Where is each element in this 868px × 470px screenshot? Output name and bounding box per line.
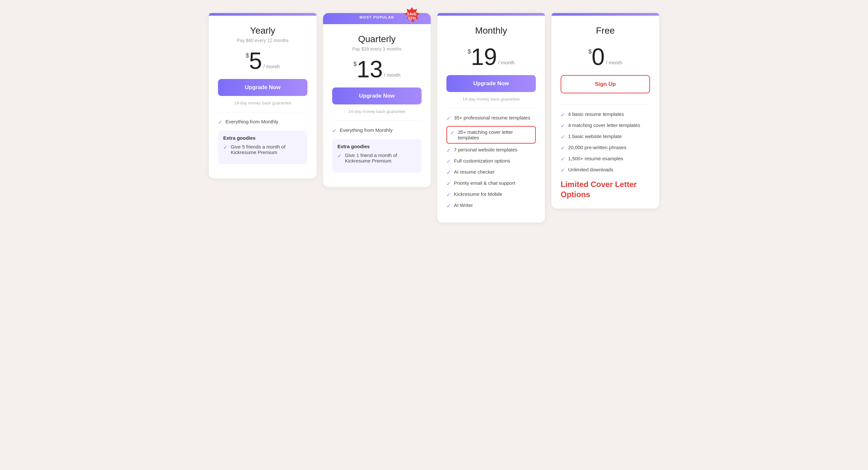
free-subtitle-spacer	[561, 38, 650, 45]
monthly-feature-2: ✓ 7 personal website templates	[446, 147, 536, 153]
free-plan-price: $ 0 / month	[561, 45, 650, 68]
pricing-container: Yearly Pay $60 every 12 months $ 5 / mon…	[206, 13, 662, 223]
monthly-feature-6: ✓ Kickresume for Mobile	[446, 191, 536, 198]
quarterly-feature-0: ✓ Everything from Monthly	[332, 127, 422, 134]
limited-cover-letter-label: Limited Cover Letter Options	[561, 179, 650, 199]
monthly-price-amount: 19	[471, 45, 497, 68]
quarterly-plan-price: $ 13 / month	[332, 57, 422, 81]
monthly-feature-label-7: AI Writer	[454, 202, 473, 208]
quarterly-plan-title: Quarterly	[332, 34, 422, 44]
free-check-5: ✓	[561, 167, 565, 173]
yearly-plan-price: $ 5 / month	[218, 49, 307, 72]
free-feature-label-0: 4 basic resume templates	[568, 111, 624, 117]
quarterly-goodies-check-0: ✓	[337, 153, 342, 159]
monthly-check-7: ✓	[446, 203, 451, 209]
monthly-check-0: ✓	[446, 115, 451, 121]
free-feature-label-1: 4 matching cover letter templates	[568, 122, 640, 128]
free-feature-label-3: 20,000 pre-written phrases	[568, 145, 626, 150]
quarterly-check-0: ✓	[332, 128, 336, 134]
monthly-check-6: ✓	[446, 192, 451, 198]
free-feature-3: ✓ 20,000 pre-written phrases	[561, 145, 650, 151]
monthly-feature-4: ✓ AI resume checker	[446, 169, 536, 176]
free-check-4: ✓	[561, 156, 565, 162]
monthly-feature-5: ✓ Priority email & chat support	[446, 180, 536, 187]
monthly-feature-label-6: Kickresume for Mobile	[454, 191, 502, 197]
quarterly-features: ✓ Everything from Monthly Extra goodies …	[332, 121, 422, 173]
monthly-price-per: / month	[498, 60, 515, 65]
yearly-feature-label-0: Everything from Monthly	[225, 119, 278, 124]
monthly-feature-label-0: 35+ professional resume templates	[454, 115, 530, 120]
yearly-goodies-item-0: ✓ Give 5 friends a month of Kickresume P…	[223, 144, 302, 155]
yearly-money-back: 14-day money back guarantee	[218, 100, 307, 105]
free-check-0: ✓	[561, 112, 565, 118]
monthly-features: ✓ 35+ professional resume templates ✓ 35…	[446, 108, 536, 209]
quarterly-goodies-label-0: Give 1 friend a month of Kickresume Prem…	[345, 152, 416, 163]
yearly-upgrade-button[interactable]: Upgrade Now	[218, 79, 307, 96]
free-top-bar	[552, 13, 659, 15]
monthly-highlight-check: ✓	[450, 130, 455, 136]
monthly-feature-label-5: Priority email & chat support	[454, 180, 515, 186]
yearly-check-0: ✓	[218, 119, 222, 125]
free-feature-1: ✓ 4 matching cover letter templates	[561, 122, 650, 129]
free-check-2: ✓	[561, 134, 565, 140]
yearly-price-per: / month	[264, 64, 280, 69]
monthly-check-4: ✓	[446, 169, 451, 176]
yearly-extra-goodies: Extra goodies ✓ Give 5 friends a month o…	[218, 131, 307, 164]
monthly-check-2: ✓	[446, 147, 451, 153]
yearly-feature-0: ✓ Everything from Monthly	[218, 119, 307, 125]
monthly-highlighted-feature: ✓ 35+ matching cover letter templates	[446, 126, 536, 144]
yearly-goodies-label-0: Give 5 friends a month of Kickresume Pre…	[231, 144, 302, 155]
free-dollar-sign: $	[588, 48, 592, 55]
free-feature-label-5: Unlimited downloads	[568, 167, 613, 173]
free-feature-0: ✓ 4 basic resume templates	[561, 111, 650, 118]
monthly-plan-card: Monthly $ 19 / month Upgrade Now 14-day …	[437, 13, 545, 223]
monthly-check-3: ✓	[446, 158, 451, 164]
monthly-top-bar	[437, 13, 545, 15]
monthly-plan-price: $ 19 / month	[446, 45, 536, 68]
quarterly-dollar-sign: $	[353, 61, 356, 68]
monthly-dollar-sign: $	[468, 48, 471, 55]
monthly-check-5: ✓	[446, 181, 451, 187]
quarterly-plan-subtitle: Pay $39 every 3 months	[332, 46, 422, 52]
quarterly-top-bar	[323, 22, 431, 24]
monthly-feature-0: ✓ 35+ professional resume templates	[446, 115, 536, 121]
quarterly-feature-label-0: Everything from Monthly	[340, 127, 393, 133]
quarterly-extra-goodies: Extra goodies ✓ Give 1 friend a month of…	[332, 139, 422, 173]
free-plan-card: Free $ 0 / month Sign Up ✓ 4 basic resum…	[552, 13, 659, 209]
yearly-features: ✓ Everything from Monthly Extra goodies …	[218, 112, 307, 164]
quarterly-upgrade-button[interactable]: Upgrade Now	[332, 88, 422, 104]
monthly-feature-3: ✓ Full customization options	[446, 158, 536, 164]
free-features: ✓ 4 basic resume templates ✓ 4 matching …	[561, 105, 650, 199]
yearly-price-amount: 5	[249, 49, 262, 72]
monthly-feature-label-1: 35+ matching cover letter templates	[458, 129, 532, 140]
yearly-goodies-check-0: ✓	[223, 144, 227, 151]
yearly-plan-card: Yearly Pay $60 every 12 months $ 5 / mon…	[209, 13, 316, 179]
monthly-feature-7: ✓ AI Writer	[446, 202, 536, 209]
free-signup-button[interactable]: Sign Up	[561, 75, 650, 93]
quarterly-goodies-item-0: ✓ Give 1 friend a month of Kickresume Pr…	[337, 152, 416, 163]
monthly-upgrade-button[interactable]: Upgrade Now	[446, 75, 536, 92]
free-price-per: / month	[606, 60, 622, 65]
free-check-3: ✓	[561, 145, 565, 151]
free-feature-label-4: 1,500+ resume examples	[568, 156, 623, 161]
quarterly-price-per: / month	[384, 72, 400, 78]
free-price-amount: 0	[592, 45, 604, 68]
monthly-feature-label-2: 7 personal website templates	[454, 147, 517, 152]
yearly-plan-title: Yearly	[218, 26, 307, 36]
quarterly-money-back: 14-day money back guarantee	[332, 109, 422, 114]
yearly-dollar-sign: $	[246, 52, 249, 59]
yearly-top-bar	[209, 13, 316, 15]
monthly-money-back: 14-day money back guarantee	[446, 97, 536, 101]
quarterly-plan-card: MOST POPULAR SAVE 32% Quarterly Pay $39 …	[323, 13, 431, 187]
free-feature-4: ✓ 1,500+ resume examples	[561, 156, 650, 162]
free-feature-5: ✓ Unlimited downloads	[561, 167, 650, 173]
yearly-plan-header: Yearly Pay $60 every 12 months $ 5 / mon…	[218, 26, 307, 112]
monthly-feature-label-4: AI resume checker	[454, 169, 495, 175]
quarterly-plan-header: Quarterly Pay $39 every 3 months $ 13 / …	[332, 34, 422, 121]
quarterly-goodies-title: Extra goodies	[337, 144, 416, 149]
monthly-plan-header: Monthly $ 19 / month Upgrade Now 14-day …	[446, 26, 536, 108]
monthly-feature-label-3: Full customization options	[454, 158, 510, 163]
yearly-goodies-title: Extra goodies	[223, 135, 302, 141]
free-plan-header: Free $ 0 / month Sign Up	[561, 26, 650, 105]
free-feature-label-2: 1 basic website template	[568, 133, 622, 139]
